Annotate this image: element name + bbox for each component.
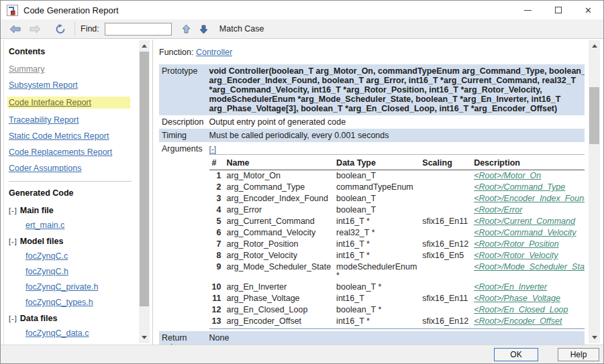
argument-row: 5arg_Current_Commandint16_T *sfix16_En11… xyxy=(209,216,585,227)
sidebar-link-static-code-metrics-report[interactable]: Static Code Metrics Report xyxy=(9,131,137,141)
report-app-icon xyxy=(7,5,18,16)
sidebar-link-code-interface-report[interactable]: Code Interface Report xyxy=(7,97,130,109)
prototype-label: Prototype xyxy=(159,64,207,115)
argument-cell xyxy=(419,170,471,182)
sidebar-link-traceability-report[interactable]: Traceability Report xyxy=(9,115,137,125)
sidebar-scrollbar[interactable] xyxy=(139,40,150,343)
main-scrollbar-thumb[interactable] xyxy=(589,87,599,144)
signal-link[interactable]: <Root>/Error xyxy=(474,205,522,215)
description-label: Description xyxy=(159,115,207,129)
arguments-collapse-toggle[interactable]: [-] xyxy=(209,145,217,154)
file-link-focZynqC_private.h[interactable]: focZynqC_private.h xyxy=(26,282,137,292)
argument-cell xyxy=(419,282,471,293)
sidebar-scrollbar-thumb[interactable] xyxy=(140,52,149,306)
description-value: Output entry point of generated code xyxy=(207,115,585,129)
collapse-icon[interactable]: [-] xyxy=(9,237,17,245)
signal-link[interactable]: <Root>/Command_Velocity xyxy=(474,228,576,237)
find-next-icon[interactable] xyxy=(197,22,211,36)
file-link-focZynqC.h[interactable]: focZynqC.h xyxy=(26,267,137,276)
maximize-button[interactable] xyxy=(543,1,573,19)
signal-link[interactable]: <Root>/Mode_Scheduler_State xyxy=(474,262,585,271)
argument-cell: <Root>/Encoder_Offset xyxy=(471,316,585,329)
argument-cell: arg_Error xyxy=(223,204,334,216)
argument-cell: <Root>/Command_Velocity xyxy=(471,227,585,239)
argument-cell: arg_Current_Command xyxy=(223,216,334,227)
argument-cell: arg_Rotor_Position xyxy=(223,239,334,250)
signal-link[interactable]: <Root>/Phase_Voltage xyxy=(474,294,560,303)
argument-cell: sfix16_En11 xyxy=(419,293,471,304)
argument-cell: int16_T * xyxy=(334,250,419,261)
signal-link[interactable]: <Root>/Encoder_Index_Found xyxy=(474,194,585,203)
arguments-cell: [-] #NameData TypeScalingDescription 1ar… xyxy=(207,142,585,331)
scroll-up-icon[interactable] xyxy=(589,41,600,51)
window-title: Code Generation Report xyxy=(23,5,119,15)
tree-node-modelfiles[interactable]: [-]Model files xyxy=(9,237,137,246)
signal-link[interactable]: <Root>/Command_Type xyxy=(474,182,565,192)
back-icon[interactable] xyxy=(7,22,22,36)
argument-cell: 9 xyxy=(209,261,224,282)
argument-cell: sfix16_En12 xyxy=(419,239,471,250)
signal-link[interactable]: <Root>/En_Inverter xyxy=(474,282,547,292)
signal-link[interactable]: <Root>/Current_Command xyxy=(474,217,575,226)
tree-node-label: Main file xyxy=(20,206,54,215)
file-link-focZynqC_types.h[interactable]: focZynqC_types.h xyxy=(26,298,137,307)
signal-link[interactable]: <Root>/Encoder_Offset xyxy=(474,316,562,326)
argument-cell: <Root>/Motor_On xyxy=(471,170,585,182)
argument-cell: <Root>/Phase_Voltage xyxy=(471,293,585,304)
argument-cell: commandTypeEnum xyxy=(334,182,419,193)
function-name-link[interactable]: Controller xyxy=(196,48,232,57)
collapse-icon[interactable]: [-] xyxy=(9,314,17,322)
generated-code-heading: Generated Code xyxy=(9,188,137,198)
file-link-focZynqC.c[interactable]: focZynqC.c xyxy=(26,251,137,261)
argument-cell: 11 xyxy=(209,293,224,304)
file-link-focZynqC_data.c[interactable]: focZynqC_data.c xyxy=(26,328,137,338)
titlebar: Code Generation Report ✕ xyxy=(1,1,603,19)
argument-cell: sfix16_En11 xyxy=(419,216,471,227)
argument-cell: arg_En_Inverter xyxy=(223,282,334,293)
argument-cell: 8 xyxy=(209,250,224,261)
argument-cell: boolean_T * xyxy=(334,304,419,316)
argument-cell: real32_T * xyxy=(334,227,419,239)
signal-link[interactable]: <Root>/En_Closed_Loop xyxy=(474,305,568,314)
sidebar-link-subsystem-report[interactable]: Subsystem Report xyxy=(9,80,137,90)
sidebar-link-code-replacements-report[interactable]: Code Replacements Report xyxy=(9,147,137,157)
signal-link[interactable]: <Root>/Rotor_Position xyxy=(474,239,558,249)
signal-link[interactable]: <Root>/Rotor_Velocity xyxy=(474,251,558,260)
scroll-down-icon[interactable] xyxy=(589,332,600,343)
tree-node-datafiles[interactable]: [-]Data files xyxy=(9,314,137,323)
arguments-header-description: Description xyxy=(471,156,585,170)
collapse-icon[interactable]: [-] xyxy=(9,206,17,215)
argument-cell: <Root>/En_Inverter xyxy=(471,282,585,293)
scroll-up-icon[interactable] xyxy=(139,41,150,51)
main-panel: Function: Controller Prototype void Cont… xyxy=(154,40,603,345)
help-button[interactable]: Help xyxy=(558,348,599,361)
refresh-icon[interactable] xyxy=(53,22,68,36)
ok-button[interactable]: OK xyxy=(494,348,538,361)
forward-icon[interactable] xyxy=(28,22,42,36)
argument-cell xyxy=(419,304,471,316)
main-scrollbar[interactable] xyxy=(589,40,600,343)
minimize-button[interactable] xyxy=(513,1,543,19)
find-previous-icon[interactable] xyxy=(179,22,194,36)
tree-node-mainfile[interactable]: [-]Main file xyxy=(9,206,137,215)
argument-row: 13arg_Encoder_Offsetint16_T *sfix16_En12… xyxy=(209,316,585,329)
arguments-header-: # xyxy=(209,156,224,170)
argument-row: 8arg_Rotor_Velocityint16_T *sfix16_En5<R… xyxy=(209,250,585,261)
argument-cell: 12 xyxy=(209,304,224,316)
find-input[interactable] xyxy=(105,23,172,36)
sidebar-link-coder-assumptions[interactable]: Coder Assumptions xyxy=(9,164,137,173)
file-link-ert_main.c[interactable]: ert_main.c xyxy=(26,221,137,230)
argument-cell xyxy=(419,227,471,239)
argument-cell: arg_Command_Velocity xyxy=(223,227,334,239)
argument-cell: <Root>/Mode_Scheduler_State xyxy=(471,261,585,282)
match-case-toggle[interactable]: Match Case xyxy=(219,24,264,34)
sidebar-link-summary[interactable]: Summary xyxy=(9,64,137,74)
argument-cell: <Root>/En_Closed_Loop xyxy=(471,304,585,316)
signal-link[interactable]: <Root>/Motor_On xyxy=(474,171,541,180)
argument-cell: 2 xyxy=(209,182,224,193)
scroll-down-icon[interactable] xyxy=(139,332,150,343)
close-button[interactable]: ✕ xyxy=(573,1,603,19)
sidebar-links: SummarySubsystem ReportCode Interface Re… xyxy=(9,64,137,173)
argument-cell: arg_Mode_Scheduler_State xyxy=(223,261,334,282)
sidebar: Contents SummarySubsystem ReportCode Int… xyxy=(1,40,153,345)
